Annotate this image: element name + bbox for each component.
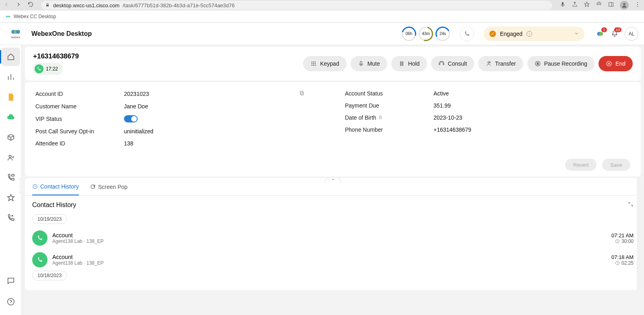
end-button[interactable]: End (599, 56, 633, 71)
forward-icon[interactable] (15, 1, 22, 9)
field-label: Account Status (345, 90, 433, 97)
nav-documents[interactable] (2, 88, 20, 106)
consult-button[interactable]: Consult (431, 56, 474, 71)
nav-help[interactable] (2, 292, 20, 311)
field-label: Phone Number (345, 126, 433, 133)
outdial-icon[interactable] (460, 27, 474, 41)
nav-voicemail[interactable] (2, 168, 20, 187)
kebab-menu-icon[interactable] (634, 1, 641, 9)
tab-screen-pop[interactable]: Screen Pop (90, 178, 128, 195)
customer-details-card: Account ID20231023 Customer NameJane Doe… (25, 82, 641, 176)
svg-point-21 (315, 62, 316, 62)
keypad-button[interactable]: Keypad (303, 56, 346, 71)
info-icon[interactable]: i (526, 31, 532, 37)
svg-point-16 (9, 155, 11, 158)
history-time: 07:18 AM (611, 254, 634, 260)
pause-recording-button[interactable]: Pause Recording (527, 56, 594, 71)
revert-button[interactable]: Revert (565, 159, 597, 171)
nav-favorites[interactable] (2, 189, 20, 207)
phone-icon (32, 230, 47, 246)
history-duration: 30:00 (611, 238, 634, 244)
nav-analytics[interactable] (2, 68, 20, 86)
nav-package[interactable] (2, 128, 20, 147)
star-icon[interactable] (584, 1, 590, 9)
back-icon[interactable] (3, 1, 10, 9)
avatar[interactable]: AL (625, 27, 638, 41)
history-item[interactable]: AccountAgent138 Lab · 138_EP07:18 AM02:2… (32, 249, 634, 271)
phone-icon (35, 64, 43, 73)
svg-rect-0 (46, 4, 49, 6)
history-title: Account (52, 232, 103, 238)
nav-callback[interactable] (2, 209, 20, 227)
history-duration: 02:25 (611, 260, 634, 266)
svg-rect-34 (538, 62, 538, 64)
svg-rect-36 (301, 92, 303, 95)
nav-chat[interactable] (2, 271, 20, 290)
field-label: Payment Due (345, 102, 433, 109)
svg-rect-2 (609, 2, 613, 6)
page-title: WebexOne Desktop (31, 30, 92, 37)
notifications-icon[interactable]: 13 (610, 29, 619, 38)
badge-count: 13 (614, 27, 621, 32)
call-timer: 17:22 (33, 63, 63, 75)
nav-cloud[interactable] (2, 108, 20, 126)
scrollbar[interactable] (637, 178, 641, 290)
main-content: +16314638679 17:22 Keypad Mute Hold Cons… (22, 45, 644, 315)
mic-icon[interactable] (559, 1, 566, 9)
agent-status-selector[interactable]: ✓ Engaged i (484, 27, 584, 41)
timer-hours: 06h (402, 27, 416, 41)
reload-icon[interactable] (27, 1, 34, 9)
nav-contacts[interactable] (2, 148, 20, 167)
history-subtitle: Agent138 Lab · 138_EP (52, 238, 103, 244)
extensions-icon[interactable] (596, 1, 602, 9)
bookmark-title[interactable]: Webex CC Desktop (14, 14, 56, 19)
svg-point-32 (535, 61, 540, 66)
svg-rect-30 (402, 62, 403, 65)
status-label: Engaged (500, 31, 522, 37)
url-host: desktop.wxcc-us1.cisco.com (53, 2, 120, 8)
history-time: 07:21 AM (611, 232, 634, 238)
svg-point-25 (312, 65, 312, 65)
url-path: /task/6777b51d-382b-4b3d-a71e-5cc574ae3d… (123, 2, 235, 8)
history-item[interactable]: AccountAgent138 Lab · 138_EP07:21 AM30:0… (32, 227, 634, 249)
svg-rect-37 (300, 91, 303, 94)
date-chip: 10/18/2023 (32, 271, 67, 280)
tab-contact-history[interactable]: Contact History (32, 178, 79, 195)
hold-button[interactable]: Hold (391, 56, 427, 71)
svg-point-22 (312, 63, 312, 64)
collapse-panel-handle[interactable]: ⌃ (325, 178, 341, 183)
vip-toggle[interactable] (124, 115, 138, 122)
bookmark-favicon (5, 13, 11, 20)
nav-home[interactable] (2, 48, 20, 66)
browser-profile-icon[interactable] (620, 1, 629, 10)
field-value: 20231023 (124, 91, 149, 97)
field-value: +16314638679 (433, 126, 471, 133)
svg-point-27 (315, 65, 316, 65)
address-bar[interactable]: desktop.wxcc-us1.cisco.com/task/6777b51d… (41, 1, 552, 10)
browser-toolbar: desktop.wxcc-us1.cisco.com/task/6777b51d… (0, 0, 644, 10)
panel-icon[interactable] (608, 1, 614, 9)
badge-count: 1 (601, 27, 607, 32)
timer-seconds: 24s (436, 27, 450, 41)
share-icon[interactable] (572, 1, 578, 9)
check-icon: ✓ (489, 31, 496, 37)
expand-icon[interactable] (628, 201, 634, 209)
timer-minutes: 43m (419, 27, 433, 41)
svg-rect-17 (11, 174, 14, 176)
field-label: VIP Status (35, 116, 124, 122)
field-label: Date of Birth (345, 114, 433, 121)
svg-point-18 (7, 298, 14, 305)
phone-icon (32, 252, 47, 267)
mute-button[interactable]: Mute (351, 56, 387, 71)
transfer-button[interactable]: Transfer (478, 56, 523, 71)
svg-rect-28 (360, 61, 362, 64)
copy-icon[interactable] (299, 90, 305, 97)
svg-rect-40 (91, 185, 94, 188)
svg-point-13 (16, 30, 20, 34)
svg-rect-1 (562, 2, 564, 5)
lock-icon (378, 114, 383, 121)
chevron-down-icon (574, 30, 579, 37)
svg-rect-33 (537, 62, 537, 64)
webex-app-icon[interactable]: 1 (596, 29, 605, 38)
save-button[interactable]: Save (602, 159, 630, 171)
